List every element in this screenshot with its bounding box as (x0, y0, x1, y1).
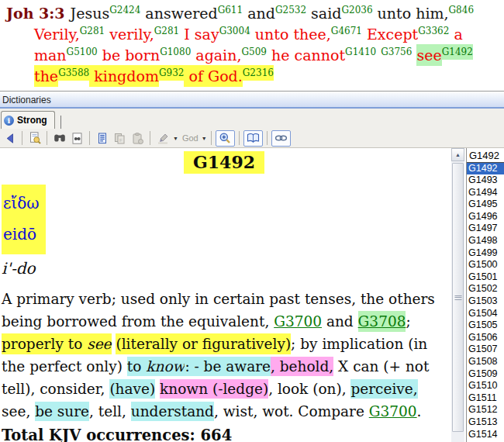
toolbar-separator (211, 131, 212, 145)
strongs-list-item[interactable]: G1496 (467, 211, 504, 223)
text-segment: Except (362, 26, 418, 43)
text-segment: again, (191, 47, 241, 64)
scroll-thumb[interactable] (452, 163, 464, 432)
strongs-number[interactable]: G611 (218, 5, 243, 16)
strongs-lookup-input[interactable] (467, 149, 504, 163)
text-segment: verily, (105, 26, 154, 43)
strongs-list-item[interactable]: G1506 (467, 332, 504, 344)
copy-button[interactable]: F (112, 130, 128, 147)
strongs-list-item[interactable]: G1512 (467, 404, 504, 416)
esword-dictionary-window: Joh 3:3JesusG2424 answeredG611 andG2532 … (0, 0, 504, 442)
strongs-number[interactable]: G5100 (67, 47, 98, 57)
strongs-number[interactable]: G281 (80, 26, 105, 36)
greek-word: εἴδω (3, 188, 40, 219)
tooltip-link-button[interactable] (271, 130, 291, 147)
text-segment: be sure (35, 402, 89, 421)
entry-list-button[interactable] (94, 130, 110, 147)
text-segment: known (-ledge) (160, 379, 268, 399)
strongs-number[interactable]: G1410 (345, 47, 376, 57)
scroll-up-button[interactable]: ▲ (451, 148, 464, 161)
search-entries-button[interactable] (69, 130, 85, 147)
strongs-number[interactable]: G3588 (58, 65, 89, 81)
text-segment: (literally or figuratively) (116, 333, 291, 354)
tab-strong[interactable]: i Strong (1, 111, 55, 129)
text-segment: : - be aware (185, 357, 271, 376)
compare-button[interactable] (243, 130, 263, 147)
paste-button[interactable] (129, 130, 146, 147)
strongs-number[interactable]: G1080 (160, 47, 191, 57)
text-segment: ; (406, 313, 410, 330)
bible-verse-pane: Joh 3:3JesusG2424 answeredG611 andG2532 … (0, 0, 504, 91)
page-search-icon (71, 133, 83, 144)
strongs-list-item[interactable]: G1499 (467, 247, 504, 260)
strongs-link-G3700[interactable]: G3700 (369, 403, 417, 420)
strongs-number[interactable]: G932 (159, 65, 185, 81)
find-button[interactable] (51, 130, 67, 147)
strongs-link-G3708[interactable]: G3708 (358, 311, 406, 332)
strongs-list-item[interactable]: G1494 (467, 187, 504, 199)
strongs-number[interactable]: G2316 (243, 65, 274, 81)
vertical-scrollbar[interactable]: ▲ (451, 148, 464, 442)
strongs-list-item[interactable]: G1498 (467, 235, 504, 247)
strongs-number[interactable]: G3756 (381, 47, 412, 57)
text-segment: of God. (184, 65, 242, 87)
strongs-list-item[interactable]: G1509 (467, 368, 504, 381)
strongs-number[interactable]: G2424 (109, 5, 140, 16)
strongs-list-item[interactable]: G1511 (467, 392, 504, 405)
text-segment: the (34, 65, 58, 87)
scroll-thumb-grip (454, 295, 461, 300)
strongs-list-item[interactable]: G1497 (467, 223, 504, 235)
text-segment: Verily, (34, 26, 80, 43)
text-segment: be born (98, 47, 160, 64)
highlighter-dropdown-arrow[interactable]: ▼ (173, 136, 178, 141)
highlighter-button[interactable] (154, 130, 171, 147)
toolbar-separator (22, 131, 22, 145)
dictionary-tab-row: i Strong (0, 109, 504, 129)
transliteration: eidō (3, 219, 40, 250)
text-segment: kingdom (89, 65, 159, 87)
strongs-list-item[interactable]: G1514 (467, 429, 504, 441)
strongs-list-item[interactable]: G1513 (467, 416, 504, 429)
strongs-list-item[interactable]: G1508 (467, 356, 504, 368)
text-segment: he cannot (267, 47, 345, 64)
open-book-icon (247, 133, 260, 143)
back-arrow-icon (5, 133, 14, 143)
strongs-number[interactable]: G281 (154, 26, 180, 36)
strongs-number[interactable]: G846 (449, 5, 475, 16)
strongs-list-item[interactable]: G1495 (467, 199, 504, 211)
strongs-list-item[interactable]: G1492 (467, 163, 504, 175)
strongs-number[interactable]: G3362 (418, 26, 449, 36)
strongs-list-item[interactable]: G1502 (467, 283, 504, 295)
verse-line: theG3588 kingdomG932 of God.G2316 (34, 66, 504, 87)
text-segment: know (146, 357, 185, 376)
zoom-button[interactable] (216, 130, 235, 147)
strongs-number[interactable]: G1492 (442, 44, 473, 60)
toolbar-separator (47, 131, 47, 145)
highlight-word-dropdown-arrow[interactable]: ▼ (202, 136, 207, 141)
strongs-list-item[interactable]: G1501 (467, 271, 504, 284)
strongs-list-item[interactable]: G1500 (467, 259, 504, 271)
text-segment: , wist, wot. Compare (214, 403, 369, 420)
strongs-number[interactable]: G4671 (331, 26, 362, 36)
toolbar-separator (89, 131, 90, 145)
verse-line: Verily,G281 verily,G281 I sayG3004 unto … (34, 24, 504, 45)
back-button[interactable] (2, 130, 18, 147)
strongs-number[interactable]: G509 (241, 47, 267, 57)
verse-reference: Joh 3:3 (6, 5, 65, 22)
highlighter-icon (157, 133, 169, 144)
page-magnifier-icon (29, 132, 41, 144)
strongs-list-item[interactable]: G1507 (467, 344, 504, 356)
dictionaries-pane-caption: Dictionaries (0, 91, 504, 109)
strongs-list-item[interactable]: G1504 (467, 308, 504, 320)
strongs-link-G3700[interactable]: G3700 (274, 313, 322, 330)
tab-strong-label: Strong (17, 115, 47, 126)
text-segment: Jesus (71, 5, 110, 22)
strongs-list-item[interactable]: G1503 (467, 295, 504, 308)
strongs-list-item[interactable]: G1510 (467, 380, 504, 392)
strongs-number[interactable]: G2036 (341, 5, 372, 16)
strongs-number[interactable]: G2532 (275, 5, 306, 16)
strongs-list-item[interactable]: G1493 (467, 174, 504, 187)
strongs-number[interactable]: G3004 (219, 26, 250, 36)
lookup-button[interactable] (26, 130, 43, 147)
strongs-list-item[interactable]: G1505 (467, 319, 504, 332)
